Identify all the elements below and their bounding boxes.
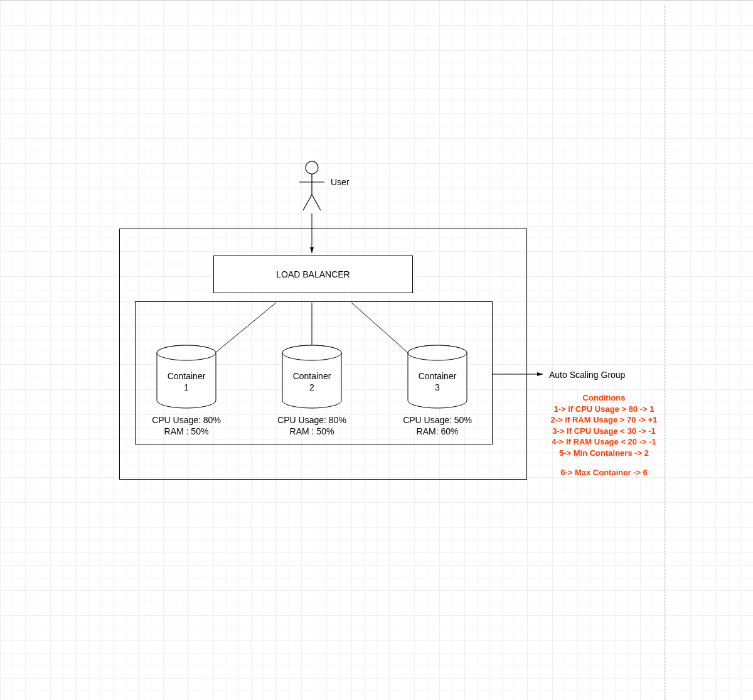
condition-5: 5-> Min Containers -> 2 bbox=[543, 448, 665, 459]
viewport-left-border bbox=[4, 4, 4, 700]
conditions-title: Conditions bbox=[543, 392, 665, 404]
condition-2: 2-> if RAM Usage > 70 -> +1 bbox=[543, 414, 665, 426]
auto-scaling-group-label: Auto Scaling Group bbox=[549, 370, 625, 380]
container-3-name: Container 3 bbox=[415, 370, 459, 393]
load-balancer-box: LOAD BALANCER bbox=[213, 256, 413, 293]
container-2-name: Container 2 bbox=[290, 370, 334, 393]
container-1-stats: CPU Usage: 80% RAM : 50% bbox=[146, 414, 227, 437]
condition-3: 3-> If CPU Usage < 30 -> -1 bbox=[543, 426, 665, 437]
page-break-line bbox=[665, 6, 665, 700]
container-3-stats: CPU Usage: 50% RAM: 60% bbox=[397, 414, 478, 437]
condition-4: 4-> If RAM Usage < 20 -> -1 bbox=[543, 436, 665, 448]
user-label: User bbox=[331, 177, 350, 187]
viewport-top-border bbox=[0, 0, 753, 1]
container-1-name: Container 1 bbox=[164, 370, 208, 393]
load-balancer-label: LOAD BALANCER bbox=[276, 269, 350, 279]
condition-6: 6-> Max Container -> 6 bbox=[543, 467, 665, 478]
conditions-block: Conditions 1-> if CPU Usage > 80 -> 1 2-… bbox=[543, 392, 665, 478]
container-2-stats: CPU Usage: 80% RAM : 50% bbox=[271, 414, 353, 437]
condition-1: 1-> if CPU Usage > 80 -> 1 bbox=[543, 404, 665, 415]
